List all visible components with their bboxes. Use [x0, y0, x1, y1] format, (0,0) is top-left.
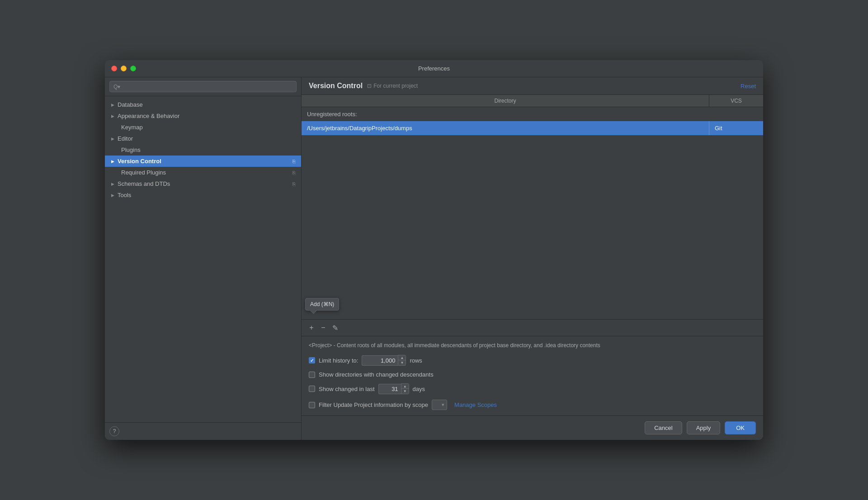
cancel-button[interactable]: Cancel [645, 421, 682, 434]
table-cell-vcs: Git [709, 121, 763, 135]
search-input[interactable] [123, 83, 292, 90]
window-title: Preferences [418, 65, 450, 72]
show-directories-label: Show directories with changed descendant… [319, 371, 434, 378]
expand-arrow-icon: ▶ [110, 137, 115, 141]
spinner-controls: ▲ ▼ [401, 383, 409, 394]
show-changed-suffix: days [413, 386, 425, 392]
preferences-window: Preferences Q▾ ▶ Database ▶ Appearanc [105, 60, 763, 440]
sidebar-item-version-control[interactable]: ▶ Version Control ⎘ [105, 156, 301, 167]
sidebar-item-database[interactable]: ▶ Database [105, 99, 301, 110]
table-empty-space [302, 135, 763, 319]
content-area: Q▾ ▶ Database ▶ Appearance & Behavior Ke… [105, 77, 763, 440]
ok-button[interactable]: OK [725, 421, 756, 434]
sidebar-item-label: Plugins [121, 146, 141, 153]
filter-update-row: Filter Update Project information by sco… [309, 400, 756, 410]
sidebar-item-editor[interactable]: ▶ Editor [105, 133, 301, 144]
spinner-down-button[interactable]: ▼ [398, 360, 406, 365]
manage-scopes-link[interactable]: Manage Scopes [454, 401, 497, 408]
sidebar-bottom: ? [105, 422, 301, 440]
show-changed-checkbox[interactable] [309, 386, 315, 392]
show-directories-row: Show directories with changed descendant… [309, 371, 756, 378]
project-icon: ⊡ [367, 83, 372, 89]
filter-update-label: Filter Update Project information by sco… [319, 401, 428, 408]
sidebar-item-label: Keymap [121, 124, 143, 131]
sidebar-item-label: Database [118, 101, 143, 108]
close-button[interactable] [111, 66, 117, 71]
sidebar-item-required-plugins[interactable]: Required Plugins ⎘ [105, 167, 301, 178]
add-icon: + [309, 324, 313, 332]
show-changed-spinner: ▲ ▼ [378, 383, 409, 394]
column-directory: Directory [302, 95, 709, 107]
limit-history-prefix: Limit history to: [319, 357, 358, 364]
sidebar-item-label: Version Control [118, 158, 161, 165]
limit-history-input[interactable] [362, 355, 398, 366]
sidebar-item-label: Required Plugins [121, 169, 166, 176]
copy-icon: ⎘ [292, 181, 296, 187]
sidebar-item-label: Appearance & Behavior [118, 113, 179, 119]
remove-button[interactable]: − [318, 322, 329, 333]
sidebar-item-appearance[interactable]: ▶ Appearance & Behavior [105, 110, 301, 122]
copy-icon: ⎘ [292, 159, 296, 164]
filter-update-checkbox[interactable] [309, 402, 315, 408]
toolbar-strip: Add (⌘N) + − ✎ [302, 319, 763, 336]
minus-icon: − [321, 324, 325, 332]
add-tooltip: Add (⌘N) [305, 298, 339, 311]
table-area: Directory VCS Unregistered roots: /Users… [302, 95, 763, 319]
show-changed-input[interactable] [378, 384, 401, 394]
table-cell-directory: /Users/jetbrains/DatagripProjects/dumps [302, 121, 709, 135]
expand-arrow-icon: ▶ [110, 182, 115, 186]
help-button[interactable]: ? [109, 426, 119, 436]
titlebar: Preferences [105, 60, 763, 77]
sidebar-item-label: Schemas and DTDs [118, 180, 170, 187]
table-row[interactable]: /Users/jetbrains/DatagripProjects/dumps … [302, 121, 763, 135]
minimize-button[interactable] [121, 66, 127, 71]
bottom-bar: Cancel Apply OK [302, 415, 763, 440]
main-panel: Version Control ⊡ For current project Re… [302, 77, 763, 440]
scope-dropdown-wrap [432, 400, 447, 410]
expand-arrow-icon: ▶ [110, 159, 115, 164]
scope-dropdown[interactable] [432, 400, 447, 410]
edit-icon: ✎ [332, 324, 338, 332]
edit-button[interactable]: ✎ [330, 322, 340, 333]
for-project-label: For current project [373, 83, 418, 89]
limit-history-checkbox[interactable] [309, 357, 315, 363]
sidebar: Q▾ ▶ Database ▶ Appearance & Behavior Ke… [105, 77, 302, 440]
copy-icon: ⎘ [292, 170, 296, 175]
spinner-down-button[interactable]: ▼ [401, 389, 409, 394]
expand-arrow-icon: ▶ [110, 103, 115, 107]
nav-list: ▶ Database ▶ Appearance & Behavior Keyma… [105, 96, 301, 422]
column-vcs: VCS [709, 95, 763, 107]
limit-history-spinner: ▲ ▼ [362, 355, 406, 366]
show-changed-prefix: Show changed in last [319, 386, 375, 392]
table-header: Directory VCS [302, 95, 763, 107]
show-directories-checkbox[interactable] [309, 372, 315, 378]
main-header: Version Control ⊡ For current project Re… [302, 77, 763, 95]
main-title: Version Control [309, 82, 363, 90]
options-area: <Project> - Content roots of all modules… [302, 336, 763, 415]
add-button[interactable]: + [306, 322, 317, 333]
search-box: Q▾ [105, 77, 301, 96]
apply-button[interactable]: Apply [687, 421, 721, 434]
spinner-controls: ▲ ▼ [398, 355, 406, 366]
limit-history-suffix: rows [410, 357, 422, 364]
sidebar-item-tools[interactable]: ▶ Tools [105, 189, 301, 201]
sidebar-item-plugins[interactable]: Plugins [105, 144, 301, 156]
spinner-up-button[interactable]: ▲ [398, 355, 406, 360]
expand-arrow-icon: ▶ [110, 193, 115, 198]
expand-arrow-icon: ▶ [110, 114, 115, 118]
for-project-link[interactable]: ⊡ For current project [367, 83, 418, 89]
reset-link[interactable]: Reset [741, 83, 756, 90]
sidebar-item-schemas-dtds[interactable]: ▶ Schemas and DTDs ⎘ [105, 178, 301, 189]
maximize-button[interactable] [130, 66, 136, 71]
spinner-up-button[interactable]: ▲ [401, 384, 409, 389]
sidebar-item-label: Tools [118, 192, 131, 198]
search-input-wrap[interactable]: Q▾ [109, 81, 297, 92]
limit-history-row: Limit history to: ▲ ▼ rows [309, 355, 756, 366]
project-description: <Project> - Content roots of all modules… [309, 342, 756, 349]
search-icon: Q▾ [113, 84, 120, 90]
show-changed-row: Show changed in last ▲ ▼ days [309, 383, 756, 394]
sidebar-item-keymap[interactable]: Keymap [105, 122, 301, 133]
sidebar-item-label: Editor [118, 135, 133, 142]
traffic-lights [111, 66, 136, 71]
help-icon: ? [113, 428, 116, 434]
